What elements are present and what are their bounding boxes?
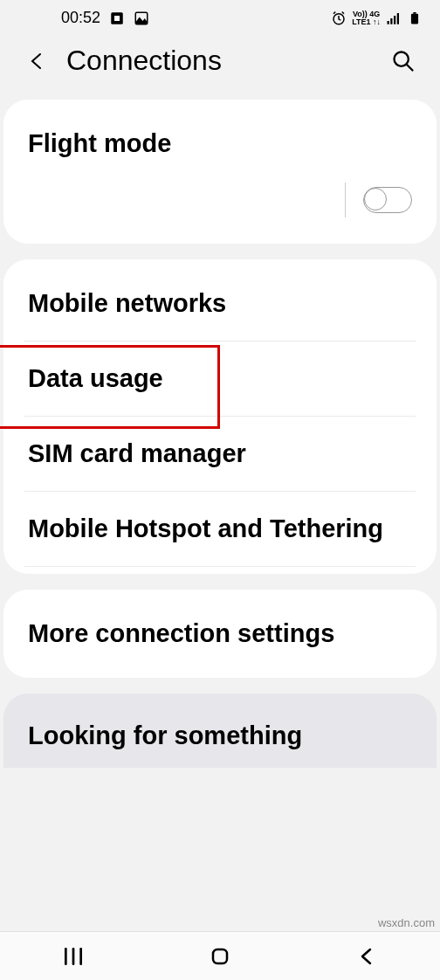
svg-rect-7 xyxy=(394,16,395,24)
data-usage-label: Data usage xyxy=(28,364,163,392)
toggle-divider xyxy=(345,183,346,217)
row-flight-mode[interactable]: Flight mode xyxy=(24,107,416,237)
nav-bar xyxy=(0,931,440,980)
volte-label: Vo)) 4G LTE1 ↑↓ xyxy=(352,10,381,26)
sim-manager-label: SIM card manager xyxy=(28,439,246,467)
svg-marker-3 xyxy=(135,17,148,24)
row-sim-manager[interactable]: SIM card manager xyxy=(24,417,416,492)
svg-rect-10 xyxy=(413,12,416,14)
status-time: 00:52 xyxy=(61,9,100,27)
stop-icon xyxy=(109,10,125,26)
page-title: Connections xyxy=(66,45,372,77)
svg-rect-5 xyxy=(388,21,389,24)
toggle-thumb xyxy=(364,188,387,210)
card-network: Mobile networks Data usage SIM card mana… xyxy=(3,259,437,574)
svg-rect-1 xyxy=(114,16,120,21)
search-prompt-card[interactable]: Looking for something xyxy=(3,694,437,768)
row-hotspot[interactable]: Mobile Hotspot and Tethering xyxy=(24,492,416,567)
signal-icon xyxy=(386,10,402,26)
row-mobile-networks[interactable]: Mobile networks xyxy=(24,266,416,342)
recents-button[interactable] xyxy=(61,944,86,969)
alarm-icon xyxy=(331,10,347,26)
more-settings-label: More connection settings xyxy=(28,619,334,647)
card-more: More connection settings xyxy=(3,590,437,678)
row-data-usage[interactable]: Data usage xyxy=(24,342,416,417)
svg-rect-9 xyxy=(411,13,418,24)
image-icon xyxy=(134,10,149,26)
battery-icon xyxy=(407,10,423,26)
svg-rect-6 xyxy=(390,18,392,24)
flight-mode-label: Flight mode xyxy=(28,129,171,157)
row-more-settings[interactable]: More connection settings xyxy=(24,597,416,671)
mobile-networks-label: Mobile networks xyxy=(28,289,226,317)
hotspot-label: Mobile Hotspot and Tethering xyxy=(28,514,383,542)
svg-rect-16 xyxy=(213,949,227,963)
nav-back-button[interactable] xyxy=(354,944,379,969)
status-bar: 00:52 Vo)) 4G LTE1 ↑↓ xyxy=(0,0,440,34)
svg-rect-8 xyxy=(397,13,399,24)
flight-mode-toggle[interactable] xyxy=(363,187,412,213)
card-flight-mode: Flight mode xyxy=(3,100,437,244)
home-button[interactable] xyxy=(208,944,232,969)
back-button[interactable] xyxy=(26,51,47,72)
search-button[interactable] xyxy=(391,49,416,73)
watermark: wsxdn.com xyxy=(378,916,435,929)
search-prompt-label: Looking for something xyxy=(28,721,302,749)
app-header: Connections xyxy=(0,34,440,100)
svg-line-12 xyxy=(407,64,413,70)
